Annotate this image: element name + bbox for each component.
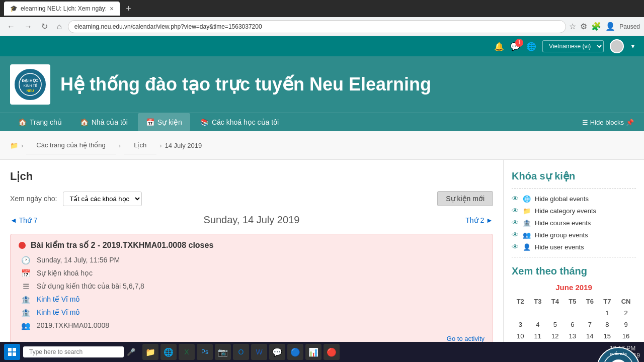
forward-button[interactable]: → <box>21 20 35 33</box>
browser-icons: ☆ ⚙ 🧩 👤 Paused <box>569 22 640 31</box>
course-filter-select[interactable]: Tất cả các khoá học <box>63 192 142 206</box>
hide-blocks-button[interactable]: ☰ Hide blocks 📌 <box>582 119 634 126</box>
browser-tab[interactable]: 🎓 elearning NEU: Lịch: Xem ngày: × <box>4 2 120 16</box>
cal-cell[interactable]: 11 <box>529 330 547 342</box>
cal-cell[interactable]: 1 <box>599 307 616 319</box>
sidebar: Khóa sự kiện 👁 🌐 Hide global events 👁 📁 … <box>503 160 644 362</box>
breadcrumb-system[interactable]: Các trang của hệ thống <box>26 136 115 154</box>
extensions-icon[interactable]: 🧩 <box>591 22 601 31</box>
cal-cell[interactable]: 10 <box>512 330 529 342</box>
user-dropdown-icon[interactable]: ▼ <box>630 43 636 50</box>
address-bar[interactable]: elearning.neu.edu.vn/calendar/view.php?v… <box>68 20 567 33</box>
taskbar-app1[interactable]: 🔵 <box>287 344 303 360</box>
taskbar-excel[interactable]: X <box>179 344 195 360</box>
cal-cell[interactable]: 8 <box>599 319 616 330</box>
taskbar-word[interactable]: W <box>251 344 267 360</box>
start-button[interactable] <box>4 344 20 360</box>
cal-cell[interactable]: 3 <box>512 319 529 330</box>
bank-icon1: 🏦 <box>21 295 31 304</box>
cal-cell[interactable]: 6 <box>564 319 582 330</box>
bookmark-icon[interactable]: ☆ <box>569 22 576 31</box>
sidebar-hide-user[interactable]: 👁 👤 Hide user events <box>512 243 636 251</box>
message-badge: 1 <box>515 39 523 47</box>
event-desc-row: ☰ Sử dụng kiến thức của bài 5,6,7,8 <box>21 282 485 291</box>
taskbar-outlook[interactable]: O <box>233 344 249 360</box>
nav-my-home[interactable]: 🏠 Nhà của tôi <box>72 113 136 131</box>
taskbar-files[interactable]: 📁 <box>142 344 158 360</box>
sidebar-hide-group[interactable]: 👁 👥 Hide group events <box>512 231 636 239</box>
cal-cell[interactable] <box>512 307 529 319</box>
cal-cell[interactable] <box>564 307 582 319</box>
settings-icon[interactable]: ⚙ <box>580 22 587 31</box>
cal-cell[interactable] <box>529 307 547 319</box>
svg-rect-12 <box>8 348 12 351</box>
group-icon: 👥 <box>523 231 531 239</box>
event-code-row: 👥 2019.TXKHMA01.0008 <box>21 321 485 330</box>
filter-label: Xem ngày cho: <box>10 195 57 203</box>
home-button[interactable]: ⌂ <box>54 20 65 33</box>
day-nav-row: ◄ Thứ 7 Sunday, 14 July 2019 Thứ 2 ► <box>10 214 493 226</box>
svg-rect-15 <box>13 352 16 356</box>
breadcrumb-calendar[interactable]: Lịch <box>124 136 156 154</box>
cal-cell[interactable]: 16 <box>616 330 636 342</box>
cal-row-2: 3 4 5 6 7 8 9 <box>512 319 636 330</box>
sidebar-hide-category[interactable]: 👁 📁 Hide category events <box>512 207 636 215</box>
nav-home[interactable]: 🏠 Trang chủ <box>10 113 70 131</box>
cal-cell[interactable]: 7 <box>581 319 599 330</box>
profile-icon[interactable]: 👤 <box>605 22 615 31</box>
event-course1-row: 🏦 Kinh tế Vĩ mô <box>21 295 485 304</box>
mic-icon[interactable]: 🎤 <box>127 348 135 356</box>
cal-cell[interactable]: 13 <box>564 330 582 342</box>
top-bar: 🔔 💬 1 🌐 Vietnamese (vi) ▼ <box>0 36 644 56</box>
cal-cell[interactable] <box>546 307 564 319</box>
taskbar-skype[interactable]: 💬 <box>269 344 285 360</box>
cal-cell[interactable]: 2 <box>616 307 636 319</box>
list-icon: ☰ <box>21 282 31 291</box>
taskbar-camera[interactable]: 📷 <box>215 344 231 360</box>
clock-icon: 🕐 <box>21 256 31 265</box>
home-icon: 🏠 <box>18 118 27 126</box>
tab-close-button[interactable]: × <box>110 5 114 13</box>
cal-th-t6: T6 <box>581 296 599 307</box>
pin-icon: 📌 <box>626 119 634 126</box>
cal-cell[interactable]: 9 <box>616 319 636 330</box>
cal-cell[interactable]: 15 <box>599 330 616 342</box>
new-event-button[interactable]: Sự kiện mới <box>437 191 493 206</box>
sidebar-hide-course[interactable]: 👁 🏦 Hide course events <box>512 219 636 227</box>
cal-cell[interactable]: 5 <box>546 319 564 330</box>
taskbar-edge[interactable]: 🌐 <box>160 344 177 360</box>
cal-cell[interactable]: 4 <box>529 319 547 330</box>
nav-my-courses[interactable]: 📚 Các khoá học của tôi <box>192 113 287 131</box>
reload-button[interactable]: ↻ <box>38 20 51 33</box>
user-avatar[interactable] <box>610 39 624 53</box>
sidebar-hide-global[interactable]: 👁 🌐 Hide global events <box>512 195 636 203</box>
back-button[interactable]: ← <box>4 20 18 33</box>
prev-day-link[interactable]: ◄ Thứ 7 <box>10 216 38 224</box>
event-course-link2[interactable]: Kinh tế Vĩ mô <box>37 308 79 316</box>
taskbar-ps[interactable]: Ps <box>197 344 213 360</box>
event-dot <box>19 242 26 249</box>
taskbar-search[interactable] <box>23 346 124 357</box>
nav-events[interactable]: 📅 Sự kiện <box>138 113 190 131</box>
bell-icon[interactable]: 🔔 <box>494 42 504 51</box>
taskbar-app3[interactable]: 🔴 <box>324 344 340 360</box>
sidebar-events-title: Khóa sự kiện <box>512 170 636 182</box>
new-tab-button[interactable]: + <box>122 4 135 14</box>
breadcrumb-date: 14 July 2019 <box>165 142 202 149</box>
cal-cell[interactable]: 14 <box>581 330 599 342</box>
taskbar-app2[interactable]: 📊 <box>305 344 321 360</box>
neu-logo-sidebar: ĐẠI HỌC KINH TẾ NEU QUỐC DÂN <box>596 346 641 362</box>
next-day-link[interactable]: Thứ 2 ► <box>465 216 493 224</box>
go-to-activity-link[interactable]: Go to activity <box>447 335 485 342</box>
page-title: Lịch <box>10 170 493 183</box>
site-title: Hệ thống đào tạo trực tuyến Neu Elearnin… <box>60 74 431 95</box>
message-icon[interactable]: 💬 1 <box>510 42 520 51</box>
event-course-link1[interactable]: Kinh tế Vĩ mô <box>37 295 79 303</box>
current-day-title: Sunday, 14 July 2019 <box>203 214 299 226</box>
breadcrumb-home-icon[interactable]: 📁 <box>10 142 18 149</box>
eye-icon-course: 👁 <box>512 219 519 227</box>
cal-cell[interactable] <box>581 307 599 319</box>
cal-cell[interactable]: 12 <box>546 330 564 342</box>
mini-calendar-month: June 2019 <box>512 283 636 292</box>
language-select[interactable]: Vietnamese (vi) <box>542 40 604 52</box>
